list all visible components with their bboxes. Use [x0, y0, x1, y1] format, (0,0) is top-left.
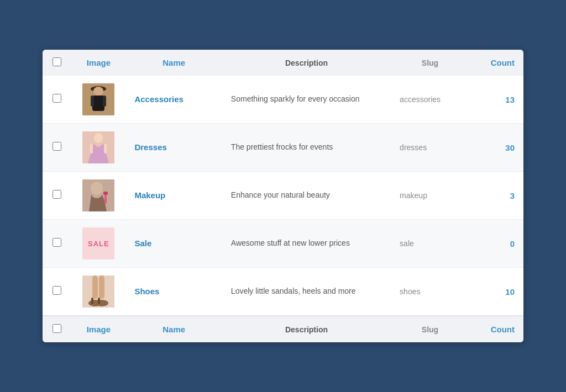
categories-table: Image Name Description Slug Count [43, 50, 523, 342]
row-image-cell [71, 76, 125, 124]
row-checkbox[interactable] [53, 190, 61, 199]
row-slug-cell: shoes [391, 268, 469, 316]
header-image: Image [71, 50, 125, 76]
svg-point-7 [94, 133, 103, 143]
footer-name: Name [125, 316, 222, 342]
svg-rect-16 [99, 276, 104, 299]
svg-rect-3 [92, 96, 104, 111]
row-count-cell: 30 [469, 124, 523, 172]
svg-rect-19 [98, 298, 100, 304]
table-row: Shoes Lovely little sandals, heels and m… [43, 268, 523, 316]
svg-point-2 [93, 87, 103, 96]
row-description-cell: Enhance your natural beauty [222, 172, 391, 220]
row-checkbox-cell[interactable] [43, 268, 71, 316]
row-description: Awesome stuff at new lower prices [231, 239, 350, 247]
category-image [82, 276, 114, 308]
footer-slug: Slug [391, 316, 469, 342]
table-header-row: Image Name Description Slug Count [43, 50, 523, 76]
row-slug-cell: dresses [391, 124, 469, 172]
categories-table-container: Image Name Description Slug Count [43, 50, 523, 342]
svg-rect-20 [91, 298, 93, 304]
row-count: 3 [510, 191, 515, 200]
row-description-cell: Awesome stuff at new lower prices [222, 220, 391, 268]
table-row: Makeup Enhance your natural beauty makeu… [43, 172, 523, 220]
row-name-cell: Accessories [125, 76, 222, 124]
header-slug: Slug [391, 50, 469, 76]
footer-description: Description [222, 316, 391, 342]
row-count: 30 [505, 143, 515, 152]
select-all-checkbox[interactable] [53, 57, 61, 66]
row-description-cell: Something sparkly for every occasion [222, 76, 391, 124]
row-slug-cell: makeup [391, 172, 469, 220]
row-checkbox-cell[interactable] [43, 76, 71, 124]
footer-count: Count [469, 316, 523, 342]
header-name: Name [125, 50, 222, 76]
svg-rect-5 [103, 96, 106, 107]
row-slug: shoes [400, 287, 420, 296]
category-image [82, 83, 114, 115]
row-checkbox-cell[interactable] [43, 172, 71, 220]
row-description: Something sparkly for every occasion [231, 94, 360, 103]
svg-point-18 [95, 300, 108, 306]
svg-rect-15 [92, 276, 98, 299]
row-name: Shoes [134, 287, 159, 296]
row-description: Lovely little sandals, heels and more [231, 287, 356, 295]
table-row: SALE Sale Awesome stuff at new lower pri… [43, 220, 523, 268]
footer-image: Image [71, 316, 125, 342]
row-checkbox[interactable] [53, 238, 61, 247]
row-slug: dresses [400, 143, 427, 152]
row-count-cell: 0 [469, 220, 523, 268]
row-name-cell: Sale [125, 220, 222, 268]
row-count: 10 [505, 287, 515, 296]
sale-label: SALE [88, 240, 109, 248]
row-description: The prettiest frocks for events [231, 142, 333, 151]
svg-rect-4 [91, 96, 94, 107]
row-checkbox-cell[interactable] [43, 220, 71, 268]
row-count: 13 [505, 95, 515, 104]
row-name: Makeup [134, 190, 165, 200]
svg-rect-13 [103, 192, 108, 195]
row-checkbox-cell[interactable] [43, 124, 71, 172]
row-checkbox[interactable] [53, 94, 61, 103]
svg-rect-9 [104, 144, 107, 153]
row-image-cell [71, 268, 125, 316]
header-checkbox-cell[interactable] [43, 50, 71, 76]
row-count: 0 [510, 239, 515, 248]
row-slug-cell: accessories [391, 76, 469, 124]
header-description: Description [222, 50, 391, 76]
row-description-cell: The prettiest frocks for events [222, 124, 391, 172]
row-description-cell: Lovely little sandals, heels and more [222, 268, 391, 316]
row-count-cell: 13 [469, 76, 523, 124]
row-name-cell: Dresses [125, 124, 222, 172]
row-slug: accessories [400, 95, 441, 104]
row-name: Sale [134, 239, 151, 248]
row-slug: makeup [400, 191, 427, 200]
row-name-cell: Shoes [125, 268, 222, 316]
category-image: SALE [82, 227, 114, 259]
row-name-cell: Makeup [125, 172, 222, 220]
row-image-cell: SALE [71, 220, 125, 268]
row-count-cell: 3 [469, 172, 523, 220]
header-count: Count [469, 50, 523, 76]
row-image-cell [71, 172, 125, 220]
svg-rect-12 [104, 195, 107, 204]
row-description: Enhance your natural beauty [231, 190, 330, 199]
footer-checkbox-cell[interactable] [43, 316, 71, 342]
row-name: Dresses [134, 142, 166, 152]
row-name: Accessories [134, 94, 183, 104]
row-count-cell: 10 [469, 268, 523, 316]
footer-select-all-checkbox[interactable] [53, 324, 61, 333]
svg-point-11 [91, 182, 103, 195]
row-slug-cell: sale [391, 220, 469, 268]
row-slug: sale [400, 239, 414, 248]
row-checkbox[interactable] [53, 286, 61, 295]
svg-rect-8 [90, 144, 93, 153]
category-image [82, 179, 114, 211]
row-checkbox[interactable] [53, 142, 61, 151]
table-row: Accessories Something sparkly for every … [43, 76, 523, 124]
table-row: Dresses The prettiest frocks for events … [43, 124, 523, 172]
row-image-cell [71, 124, 125, 172]
table-footer-row: Image Name Description Slug Count [43, 316, 523, 342]
category-image [82, 131, 114, 163]
